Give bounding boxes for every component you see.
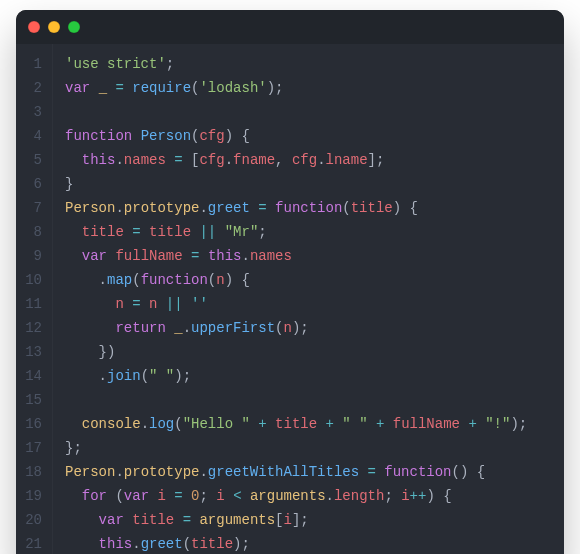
line-number: 7 [16,196,52,220]
editor-window: 123456789101112131415161718192021 'use s… [16,10,564,554]
token-p [166,152,174,168]
token-p [216,224,224,240]
code-line[interactable]: title = title || "Mr"; [65,220,552,244]
code-line[interactable]: return _.upperFirst(n); [65,316,552,340]
token-kw: var [99,512,124,528]
code-line[interactable]: this.greet(title); [65,532,552,554]
token-p [124,80,132,96]
token-par: i [216,488,224,504]
code-line[interactable]: .join(" "); [65,364,552,388]
token-p: . [317,152,325,168]
close-icon[interactable] [28,21,40,33]
code-line[interactable] [65,388,552,412]
token-p: ; [200,488,217,504]
code-line[interactable]: 'use strict'; [65,52,552,76]
line-number: 1 [16,52,52,76]
token-op: || [199,224,216,240]
token-kw: return [115,320,165,336]
token-p [359,464,367,480]
token-prop: fname [233,152,275,168]
token-p: ; [384,488,401,504]
token-p: ) { [426,488,451,504]
token-fn: map [107,272,132,288]
token-par: title [132,512,174,528]
code-line[interactable]: Person.prototype.greetWithAllTitles = fu… [65,460,552,484]
line-number: 4 [16,124,52,148]
token-p [141,296,149,312]
code-line[interactable]: console.log("Hello " + title + " " + ful… [65,412,552,436]
token-kw: var [82,248,107,264]
token-p [65,224,82,240]
token-p [65,296,115,312]
token-p: . [141,416,149,432]
token-kw: function [384,464,451,480]
token-p: }; [65,440,82,456]
token-prop: lname [326,152,368,168]
code-line[interactable]: Person.prototype.greet = function(title)… [65,196,552,220]
line-number: 15 [16,388,52,412]
minimize-icon[interactable] [48,21,60,33]
token-fn: greet [208,200,250,216]
token-str: "!" [485,416,510,432]
token-p: . [199,464,207,480]
token-fn: join [107,368,141,384]
line-number: 5 [16,148,52,172]
token-par: title [149,224,191,240]
code-line[interactable]: } [65,172,552,196]
token-op: = [258,200,266,216]
token-p: ) { [225,272,250,288]
code-line[interactable]: var fullName = this.names [65,244,552,268]
code-line[interactable]: var _ = require('lodash'); [65,76,552,100]
token-p: . [326,488,334,504]
token-p [124,296,132,312]
token-p [199,248,207,264]
token-p [65,416,82,432]
token-fn: Person [141,128,191,144]
token-p [166,320,174,336]
token-kw: for [82,488,107,504]
token-par: cfg [199,152,224,168]
token-id: arguments [199,512,275,528]
code-line[interactable]: n = n || '' [65,292,552,316]
token-p [384,416,392,432]
code-line[interactable]: }; [65,436,552,460]
token-op: + [326,416,334,432]
code-content[interactable]: 'use strict';var _ = require('lodash');f… [53,44,564,554]
code-line[interactable]: .map(function(n) { [65,268,552,292]
token-p: [ [183,152,200,168]
code-line[interactable]: }) [65,340,552,364]
code-editor[interactable]: 123456789101112131415161718192021 'use s… [16,44,564,554]
token-p [124,512,132,528]
zoom-icon[interactable] [68,21,80,33]
token-p: ; [258,224,266,240]
token-p: ); [233,536,250,552]
token-op: = [183,512,191,528]
token-kw: function [141,272,208,288]
token-p [141,224,149,240]
token-kw: this [82,152,116,168]
token-strE: '' [191,296,208,312]
token-op: = [132,296,140,312]
token-fn: greet [141,536,183,552]
token-p: ]; [368,152,385,168]
token-p [183,296,191,312]
token-p [65,152,82,168]
code-line[interactable] [65,100,552,124]
token-id: arguments [250,488,326,504]
code-line[interactable]: this.names = [cfg.fname, cfg.lname]; [65,148,552,172]
token-par: i [284,512,292,528]
token-p: [ [275,512,283,528]
token-p: . [115,200,123,216]
token-p: ); [510,416,527,432]
token-fn: greetWithAllTitles [208,464,359,480]
token-p: ( [342,200,350,216]
token-id: console [82,416,141,432]
code-line[interactable]: for (var i = 0; i < arguments.length; i+… [65,484,552,508]
code-line[interactable]: function Person(cfg) { [65,124,552,148]
token-p: . [115,152,123,168]
token-op: + [258,416,266,432]
token-par: fullName [393,416,460,432]
token-prop: names [124,152,166,168]
code-line[interactable]: var title = arguments[i]; [65,508,552,532]
line-number: 10 [16,268,52,292]
